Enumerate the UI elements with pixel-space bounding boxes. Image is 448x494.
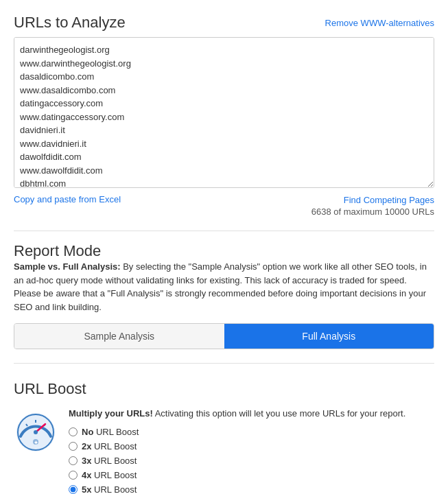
report-description-bold: Sample vs. Full Analysis:	[14, 261, 121, 272]
radio-3x-boost-input[interactable]	[69, 456, 78, 465]
full-analysis-button[interactable]: Full Analysis	[224, 324, 434, 349]
radio-2x-boost[interactable]: 2x URL Boost	[69, 441, 434, 451]
radio-2x-boost-label: 2x URL Boost	[82, 441, 137, 451]
urls-section-title: URLs to Analyze	[14, 14, 126, 32]
urls-section-header: URLs to Analyze Remove WWW-alternatives	[14, 14, 434, 32]
sample-analysis-button[interactable]: Sample Analysis	[14, 324, 224, 349]
boost-description-bold: Multiply your URLs!	[69, 408, 153, 419]
radio-2x-boost-input[interactable]	[69, 442, 78, 451]
radio-4x-boost[interactable]: 4x URL Boost	[69, 470, 434, 480]
boost-content: ✦ Multiply your URLs! Activating this op…	[14, 408, 434, 494]
radio-3x-boost[interactable]: 3x URL Boost	[69, 456, 434, 466]
boost-options: Multiply your URLs! Activating this opti…	[69, 408, 434, 494]
copy-paste-link[interactable]: Copy and paste from Excel	[14, 194, 121, 204]
url-boost-section: URL Boost ✦ Multiply your URLs! Activati…	[14, 380, 434, 494]
svg-text:✦: ✦	[34, 440, 38, 446]
report-mode-section: Report Mode Sample vs. Full Analysis: By…	[14, 242, 434, 349]
section-divider-1	[14, 231, 434, 231]
radio-5x-boost[interactable]: 5x URL Boost	[69, 484, 434, 494]
radio-4x-boost-input[interactable]	[69, 471, 78, 480]
radio-no-boost-label: No URL Boost	[82, 427, 139, 437]
radio-5x-boost-input[interactable]	[69, 485, 78, 494]
speedometer-icon: ✦	[14, 408, 58, 451]
boost-description-text: Activating this option will let you use …	[153, 408, 406, 419]
boost-description: Multiply your URLs! Activating this opti…	[69, 408, 434, 420]
radio-5x-boost-label: 5x URL Boost	[82, 484, 137, 494]
radio-3x-boost-label: 3x URL Boost	[82, 456, 137, 466]
remove-www-link[interactable]: Remove WWW-alternatives	[325, 18, 434, 28]
radio-no-boost[interactable]: No URL Boost	[69, 427, 434, 437]
radio-4x-boost-label: 4x URL Boost	[82, 470, 137, 480]
url-count-label: 6638 of maximum 10000 URLs	[311, 207, 434, 217]
radio-no-boost-input[interactable]	[69, 427, 78, 436]
urls-textarea[interactable]: darwinthegeologist.org www.darwinthegeol…	[14, 37, 434, 188]
url-actions-bar: Copy and paste from Excel Find Competing…	[14, 194, 434, 217]
section-divider-2	[14, 363, 434, 364]
svg-point-8	[34, 430, 38, 434]
report-mode-description: Sample vs. Full Analysis: By selecting t…	[14, 260, 434, 314]
report-mode-title: Report Mode	[14, 242, 434, 260]
url-boost-title: URL Boost	[14, 380, 434, 398]
url-actions-right: Find Competing Pages 6638 of maximum 100…	[311, 194, 434, 217]
analysis-toggle: Sample Analysis Full Analysis	[14, 323, 434, 349]
find-competing-pages-link[interactable]: Find Competing Pages	[344, 195, 434, 205]
